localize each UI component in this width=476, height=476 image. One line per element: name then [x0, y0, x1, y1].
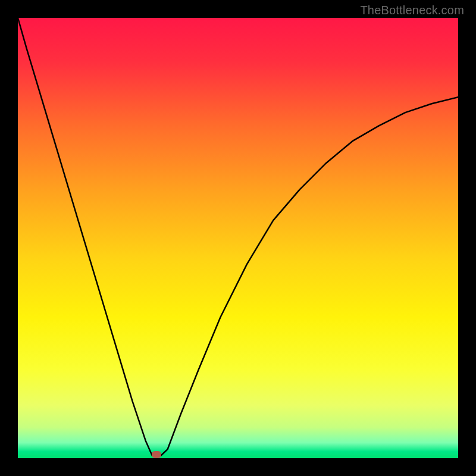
watermark-text: TheBottleneck.com — [360, 4, 464, 17]
chart-frame: TheBottleneck.com — [0, 0, 476, 476]
optimal-point-marker — [152, 451, 161, 458]
bottleneck-curve — [18, 18, 458, 458]
plot-area — [18, 18, 458, 458]
